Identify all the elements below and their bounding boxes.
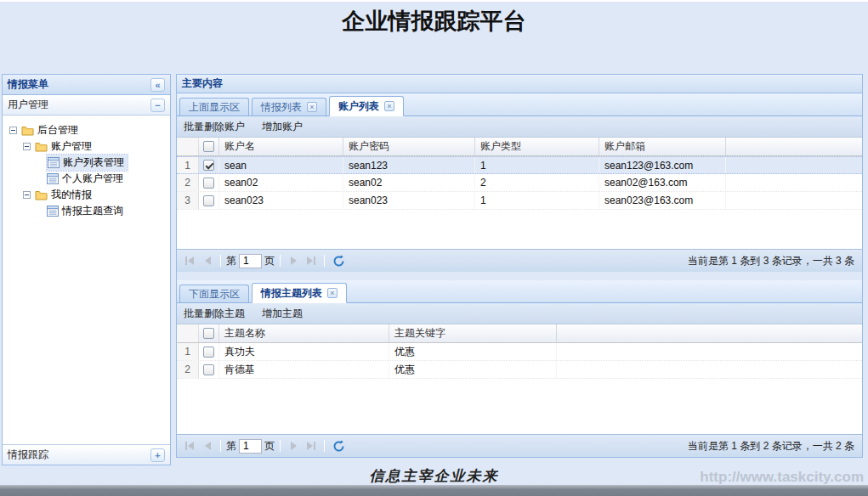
column-header[interactable]: 账户邮箱 [599, 138, 726, 155]
separator [324, 440, 325, 452]
close-tab-icon[interactable]: × [327, 288, 338, 298]
tree-node-account-list-mgmt[interactable]: 账户列表管理 [3, 155, 170, 171]
lower-paging-toolbar: 第 页 当前是第 1 条到 2 条记录，一共 2 条 [177, 434, 862, 457]
column-header[interactable]: 账户类型 [475, 138, 599, 155]
checkbox-cell [199, 361, 219, 378]
close-tab-icon[interactable]: × [307, 102, 317, 112]
select-all-cell [199, 138, 219, 155]
next-page-icon[interactable] [286, 253, 301, 268]
prev-page-icon[interactable] [200, 253, 215, 268]
close-tab-icon[interactable]: × [384, 101, 394, 111]
tree-node-label: 后台管理 [37, 123, 78, 138]
separator [280, 440, 281, 452]
sidebar-header: 情报菜单 « [3, 75, 170, 95]
tree-node-account-mgmt[interactable]: 账户管理 [3, 138, 170, 155]
row-checkbox[interactable] [203, 347, 214, 358]
accordion-header-user[interactable]: 用户管理 − [3, 95, 170, 116]
tab-label: 账户列表 [338, 99, 379, 114]
row-number: 3 [177, 192, 199, 209]
cell-account-name: sean023 [219, 192, 343, 209]
page-number-input[interactable] [239, 439, 262, 454]
tree-node-label: 账户管理 [51, 139, 92, 154]
add-account-button[interactable]: 增加账户 [262, 120, 303, 134]
column-header[interactable]: 主题关键字 [389, 324, 557, 342]
batch-delete-account-button[interactable]: 批量删除账户 [184, 120, 245, 134]
list-document-icon [47, 206, 59, 217]
row-checkbox[interactable] [203, 195, 214, 206]
accordion-tracking-label: 情报跟踪 [8, 448, 48, 462]
select-all-checkbox[interactable] [203, 141, 214, 152]
row-checkbox[interactable] [203, 364, 214, 375]
checkbox-cell [199, 343, 219, 360]
prev-page-icon[interactable] [200, 438, 215, 454]
select-all-cell [199, 324, 219, 342]
next-page-icon[interactable] [286, 438, 301, 454]
select-all-checkbox[interactable] [203, 328, 214, 339]
tree-collapse-icon[interactable] [23, 143, 31, 150]
column-header[interactable]: 账户密码 [343, 138, 475, 155]
collapse-panel-icon[interactable]: « [150, 78, 165, 92]
folder-icon [35, 189, 48, 200]
account-grid: 账户名 账户密码 账户类型 账户邮箱 1 sean sean123 1 sean… [177, 138, 862, 210]
tab-intelligence-list[interactable]: 情报列表 × [252, 98, 326, 116]
upper-paging-toolbar: 第 页 当前是第 1 条到 3 条记录，一共 3 条 [177, 249, 862, 272]
cell-account-email: sean123@163.com [599, 157, 726, 173]
upper-toolbar: 批量删除账户 增加账户 [177, 116, 862, 138]
lower-toolbar: 批量删除主题 增加主题 [177, 303, 862, 324]
folder-icon [35, 141, 48, 152]
cell-account-name: sean02 [219, 174, 343, 191]
minimize-icon[interactable]: − [150, 99, 165, 112]
last-page-icon[interactable] [304, 253, 319, 268]
table-row[interactable]: 1 sean sean123 1 sean123@163.com [177, 156, 862, 174]
batch-delete-topic-button[interactable]: 批量删除主题 [184, 307, 245, 321]
tree-collapse-icon[interactable] [9, 127, 17, 134]
accordion-header-tracking[interactable]: 情报跟踪 + [3, 444, 170, 465]
tab-topic-list[interactable]: 情报主题列表 × [252, 283, 347, 303]
cell-account-type: 2 [475, 174, 599, 191]
topic-grid: 主题名称 主题关键字 1 真功夫 优惠 2 肯德基 优惠 [177, 324, 862, 379]
cell-account-email: sean02@163.com [599, 174, 726, 191]
expand-icon[interactable]: + [150, 448, 165, 462]
cell-topic-name: 肯德基 [219, 361, 389, 378]
column-header[interactable]: 账户名 [219, 138, 343, 155]
row-checkbox[interactable] [203, 178, 214, 189]
tree-node-label: 个人账户管理 [62, 172, 123, 186]
table-row[interactable]: 3 sean023 sean023 1 sean023@163.com [177, 192, 862, 210]
list-document-icon [47, 173, 59, 184]
tree-node-topic-query[interactable]: 情报主题查询 [3, 203, 170, 219]
refresh-icon[interactable] [332, 255, 345, 268]
sidebar-panel: 情报菜单 « 用户管理 − 后台管理 账户管理 [2, 74, 171, 465]
page-number-input[interactable] [239, 254, 262, 268]
row-checkbox[interactable] [203, 160, 214, 171]
cell-account-name: sean [219, 157, 343, 173]
cell-account-type: 1 [475, 157, 599, 173]
record-count-status: 当前是第 1 条到 3 条记录，一共 3 条 [688, 254, 857, 268]
tab-label: 上面显示区 [189, 100, 240, 115]
tab-account-list[interactable]: 账户列表 × [329, 96, 404, 116]
tree-node-label: 情报主题查询 [62, 204, 123, 218]
tab-label: 情报列表 [261, 100, 302, 115]
tab-upper-display-area[interactable]: 上面显示区 [179, 98, 249, 116]
table-row[interactable]: 2 肯德基 优惠 [177, 361, 862, 379]
record-count-status: 当前是第 1 条到 2 条记录，一共 2 条 [688, 439, 857, 454]
table-row[interactable]: 1 真功夫 优惠 [177, 343, 862, 361]
tree-node-my-intelligence[interactable]: 我的情报 [3, 187, 170, 203]
refresh-icon[interactable] [332, 440, 345, 453]
grid-header-row: 主题名称 主题关键字 [177, 324, 862, 343]
table-row[interactable]: 2 sean02 sean02 2 sean02@163.com [177, 174, 862, 192]
last-page-icon[interactable] [304, 438, 319, 454]
column-header[interactable]: 主题名称 [219, 324, 389, 342]
first-page-icon[interactable] [182, 438, 197, 454]
row-number-header [177, 324, 199, 342]
tab-lower-display-area[interactable]: 下面显示区 [179, 285, 249, 302]
cell-account-email: sean023@163.com [599, 192, 726, 209]
site-watermark: http://www.taskcity.com [700, 469, 864, 486]
row-number: 1 [177, 157, 199, 173]
tree-node-personal-account-mgmt[interactable]: 个人账户管理 [3, 171, 170, 187]
grid-header-row: 账户名 账户密码 账户类型 账户邮箱 [177, 138, 862, 156]
first-page-icon[interactable] [182, 253, 197, 268]
tree-node-backend-mgmt[interactable]: 后台管理 [3, 122, 170, 138]
tab-label: 情报主题列表 [261, 286, 322, 301]
tree-collapse-icon[interactable] [23, 191, 31, 199]
add-topic-button[interactable]: 增加主题 [262, 307, 303, 321]
